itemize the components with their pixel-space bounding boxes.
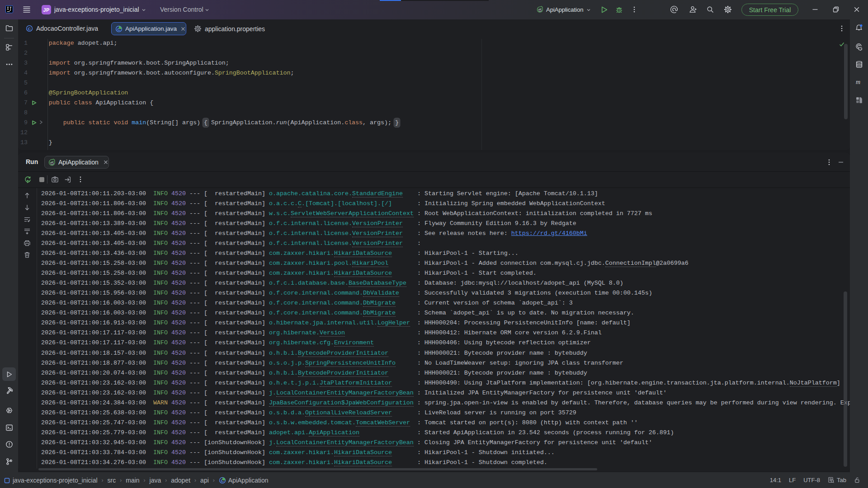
svg-text:m: m [856,79,860,85]
svg-text:C: C [28,26,31,31]
